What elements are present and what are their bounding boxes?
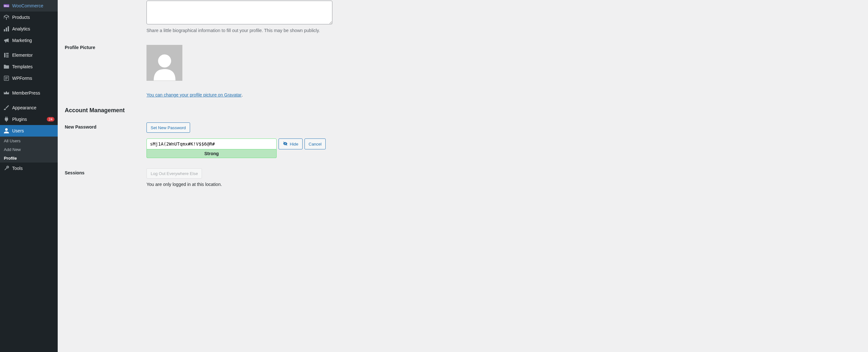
sessions-description: You are only logged in at this location. [147,182,493,187]
submenu-all-users[interactable]: All Users [0,137,58,145]
bio-textarea[interactable] [147,1,332,24]
brush-icon [3,105,10,111]
wrench-icon [3,165,10,172]
svg-point-13 [5,128,8,131]
svg-text:Woo: Woo [4,5,9,7]
hide-password-button[interactable]: Hide [279,139,303,149]
sidebar-item-analytics[interactable]: Analytics [0,23,58,35]
bio-description: Share a little biographical information … [147,28,371,33]
bio-row: Share a little biographical information … [65,0,493,33]
avatar-placeholder-icon [151,50,178,81]
users-submenu: All Users Add New Profile [0,137,58,163]
memberpress-icon [3,90,10,96]
hide-button-label: Hide [290,142,299,147]
megaphone-icon [3,37,10,43]
submenu-add-new[interactable]: Add New [0,145,58,154]
svg-point-14 [158,55,171,68]
svg-rect-3 [6,28,7,31]
sidebar-item-tools[interactable]: Tools [0,163,58,174]
sidebar-item-label: WPForms [12,76,55,81]
sidebar-item-marketing[interactable]: Marketing [0,35,58,46]
sidebar-item-label: Marketing [12,38,55,43]
elementor-icon [3,52,10,58]
profile-picture-label: Profile Picture [65,45,147,97]
avatar [147,45,182,81]
sidebar-item-woocommerce[interactable]: Woo WooCommerce [0,0,58,11]
sidebar-item-label: Elementor [12,53,55,58]
sidebar-item-label: Products [12,15,55,20]
gravatar-link[interactable]: You can change your profile picture on G… [147,92,242,97]
cancel-password-button[interactable]: Cancel [305,139,326,149]
chart-bar-icon [3,26,10,32]
sidebar-item-label: Tools [12,166,55,171]
sidebar-item-label: MemberPress [12,90,55,95]
logout-everywhere-button: Log Out Everywhere Else [147,168,202,179]
submenu-profile[interactable]: Profile [0,154,58,163]
new-password-row: New Password Set New Password Strong Hid… [65,122,493,158]
svg-rect-2 [4,29,5,31]
sidebar-item-elementor[interactable]: Elementor [0,49,58,61]
profile-picture-row: Profile Picture You can change your prof… [65,44,493,97]
new-password-label: New Password [65,122,147,129]
user-icon [3,127,10,134]
svg-rect-6 [6,53,9,54]
svg-rect-7 [6,55,9,56]
password-strength-indicator: Strong [147,149,277,158]
password-input[interactable] [147,139,277,149]
folder-icon [3,63,10,70]
main-content: Share a little biographical information … [58,0,500,352]
sidebar-item-label: Users [12,128,55,134]
sidebar-item-wpforms[interactable]: WPForms [0,72,58,84]
account-management-heading: Account Management [65,107,493,114]
eye-slash-icon [283,141,288,147]
sidebar-item-plugins[interactable]: Plugins 24 [0,114,58,125]
woocommerce-icon: Woo [3,3,10,9]
update-count-badge: 24 [47,117,55,121]
admin-sidebar: Woo WooCommerce Products Analytics Marke… [0,0,58,352]
plug-icon [3,116,10,122]
period: . [242,92,243,97]
sidebar-item-label: Analytics [12,26,55,31]
sidebar-item-products[interactable]: Products [0,11,58,23]
sidebar-item-label: Plugins [12,117,45,122]
sessions-row: Sessions Log Out Everywhere Else You are… [65,168,493,187]
box-icon [3,14,10,21]
sidebar-item-templates[interactable]: Templates [0,61,58,72]
svg-rect-4 [8,26,9,31]
svg-rect-5 [4,53,5,57]
svg-rect-8 [6,56,9,57]
sidebar-item-label: Appearance [12,105,55,110]
sidebar-item-users[interactable]: Users [0,125,58,137]
sessions-label: Sessions [65,168,147,175]
sidebar-item-label: Templates [12,64,55,69]
sidebar-item-label: WooCommerce [12,3,55,8]
sidebar-item-memberpress[interactable]: MemberPress [0,87,58,99]
form-icon [3,75,10,82]
sidebar-item-appearance[interactable]: Appearance [0,102,58,114]
set-new-password-button[interactable]: Set New Password [147,122,190,133]
